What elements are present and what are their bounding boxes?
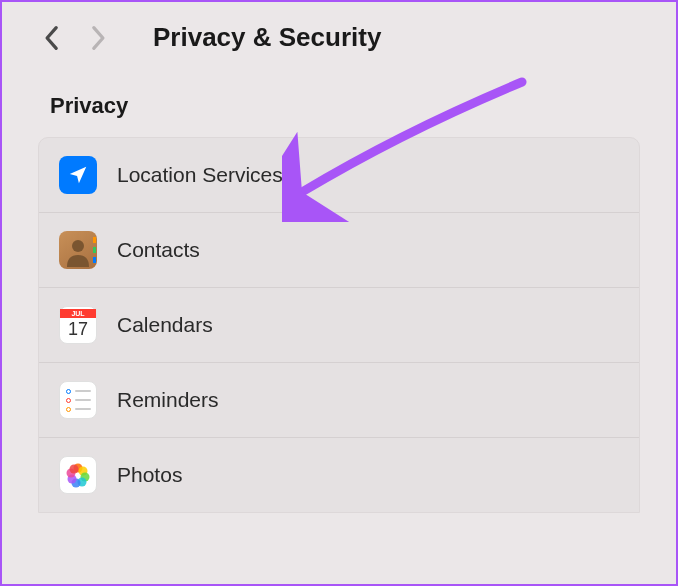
svg-rect-1 xyxy=(93,237,96,243)
calendar-icon: JUL 17 xyxy=(59,306,97,344)
contacts-icon xyxy=(59,231,97,269)
svg-rect-3 xyxy=(93,257,96,263)
photos-icon xyxy=(59,456,97,494)
list-item-location-services[interactable]: Location Services xyxy=(39,138,639,213)
nav-arrows xyxy=(42,25,108,51)
list-item-label: Calendars xyxy=(117,313,213,337)
list-item-label: Reminders xyxy=(117,388,219,412)
privacy-list: Location Services Contacts JUL 17 Calend… xyxy=(38,137,640,513)
list-item-calendars[interactable]: JUL 17 Calendars xyxy=(39,288,639,363)
forward-button[interactable] xyxy=(90,25,108,51)
reminders-icon xyxy=(59,381,97,419)
back-button[interactable] xyxy=(42,25,60,51)
page-title: Privacy & Security xyxy=(153,22,381,53)
header: Privacy & Security xyxy=(2,2,676,73)
list-item-contacts[interactable]: Contacts xyxy=(39,213,639,288)
svg-point-11 xyxy=(70,465,79,474)
list-item-photos[interactable]: Photos xyxy=(39,438,639,512)
location-icon xyxy=(59,156,97,194)
section-title-privacy: Privacy xyxy=(2,73,676,137)
list-item-label: Location Services xyxy=(117,163,283,187)
list-item-label: Photos xyxy=(117,463,182,487)
svg-point-0 xyxy=(72,240,84,252)
calendar-month: JUL xyxy=(60,309,96,318)
list-item-label: Contacts xyxy=(117,238,200,262)
list-item-reminders[interactable]: Reminders xyxy=(39,363,639,438)
calendar-day: 17 xyxy=(68,318,88,341)
svg-rect-2 xyxy=(93,247,96,253)
